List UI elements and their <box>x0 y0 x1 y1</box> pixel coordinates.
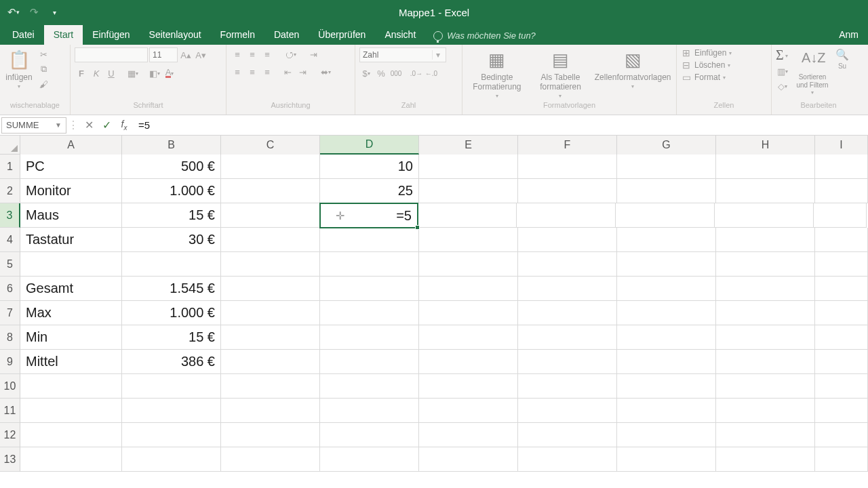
cell-E12[interactable] <box>419 423 518 447</box>
cell-E5[interactable] <box>419 252 518 277</box>
cell-F6[interactable] <box>518 277 617 301</box>
decrease-decimal-button[interactable]: ←.0 <box>425 66 438 80</box>
cell-B3[interactable]: 15 € <box>122 203 221 228</box>
column-header-B[interactable]: B <box>122 136 221 155</box>
align-left-button[interactable]: ≡ <box>231 65 244 79</box>
cell-I11[interactable] <box>815 399 868 423</box>
cell-F9[interactable] <box>518 350 617 374</box>
cell-H5[interactable] <box>716 252 815 277</box>
tell-me-search[interactable]: Was möchten Sie tun? <box>425 26 544 45</box>
column-header-E[interactable]: E <box>419 136 518 155</box>
cell-H10[interactable] <box>716 374 815 399</box>
tab-seitenlayout[interactable]: Seitenlayout <box>140 25 211 45</box>
cell-G4[interactable] <box>617 228 716 252</box>
cell-H7[interactable] <box>716 301 815 325</box>
cell-E11[interactable] <box>419 399 518 423</box>
redo-button[interactable]: ↷ <box>24 3 43 22</box>
cell-C2[interactable] <box>221 179 320 203</box>
name-box[interactable]: SUMME ▼ <box>1 117 66 134</box>
cell-A9[interactable]: Mittel <box>20 350 122 374</box>
enter-formula-button[interactable]: ✓ <box>98 119 115 131</box>
cell-G8[interactable] <box>617 325 716 350</box>
insert-cells-button[interactable]: ⊞Einfügen ▾ <box>681 47 732 58</box>
cell-I12[interactable] <box>815 423 868 447</box>
cell-F7[interactable] <box>518 301 617 325</box>
column-header-G[interactable]: G <box>617 136 716 155</box>
cell-F12[interactable] <box>518 423 617 447</box>
cell-I2[interactable] <box>815 179 868 203</box>
cell-G6[interactable] <box>617 277 716 301</box>
row-header-3[interactable]: 3 <box>0 203 20 228</box>
cell-B5[interactable] <box>122 252 221 277</box>
cell-H4[interactable] <box>716 228 815 252</box>
row-header-7[interactable]: 7 <box>0 301 20 325</box>
column-header-C[interactable]: C <box>221 136 320 155</box>
row-header-2[interactable]: 2 <box>0 179 20 203</box>
cell-G1[interactable] <box>617 155 716 179</box>
cell-A10[interactable] <box>20 374 122 399</box>
cell-A6[interactable]: Gesamt <box>20 277 122 301</box>
tab-daten[interactable]: Daten <box>264 25 309 45</box>
cell-C3[interactable] <box>221 203 320 228</box>
cell-F10[interactable] <box>518 374 617 399</box>
cell-H1[interactable] <box>716 155 815 179</box>
cell-A1[interactable]: PC <box>20 155 122 179</box>
cell-G9[interactable] <box>617 350 716 374</box>
align-right-button[interactable]: ≡ <box>260 65 274 79</box>
merge-center-button[interactable]: ⬌▾ <box>319 65 332 79</box>
row-header-5[interactable]: 5 <box>0 252 20 277</box>
tab-ansicht[interactable]: Ansicht <box>375 25 425 45</box>
fill-handle[interactable] <box>415 225 420 230</box>
cell-I7[interactable] <box>815 301 868 325</box>
font-name-combo[interactable] <box>75 47 148 62</box>
cell-C4[interactable] <box>221 228 320 252</box>
cell-H6[interactable] <box>716 277 815 301</box>
cell-D13[interactable] <box>320 447 419 472</box>
cell-C5[interactable] <box>221 252 320 277</box>
cell-H3[interactable] <box>715 203 814 228</box>
cell-D6[interactable] <box>320 277 419 301</box>
cell-D4[interactable] <box>320 228 419 252</box>
cell-E7[interactable] <box>419 301 518 325</box>
cell-A2[interactable]: Monitor <box>20 179 122 203</box>
cell-A8[interactable]: Min <box>20 325 122 350</box>
cell-B11[interactable] <box>122 399 221 423</box>
accounting-format-button[interactable]: $▾ <box>359 66 373 80</box>
cell-I3[interactable] <box>814 203 867 228</box>
underline-button[interactable]: U <box>104 66 118 80</box>
cell-C7[interactable] <box>221 301 320 325</box>
cell-H2[interactable] <box>716 179 815 203</box>
cell-E8[interactable] <box>419 325 518 350</box>
cell-B10[interactable] <box>122 374 221 399</box>
cut-button[interactable]: ✂ <box>37 47 50 61</box>
cell-C12[interactable] <box>221 423 320 447</box>
cell-C11[interactable] <box>221 399 320 423</box>
column-header-F[interactable]: F <box>518 136 617 155</box>
cell-E3[interactable] <box>418 203 517 228</box>
cancel-formula-button[interactable]: ✕ <box>80 119 98 131</box>
align-center-button[interactable]: ≡ <box>245 65 259 79</box>
row-header-13[interactable]: 13 <box>0 447 20 472</box>
orientation-button[interactable]: ⭯▾ <box>283 47 297 61</box>
borders-button[interactable]: ▦▾ <box>126 66 140 80</box>
decrease-indent-button[interactable]: ⇤ <box>281 65 294 79</box>
cell-G13[interactable] <box>617 447 716 472</box>
font-size-combo[interactable] <box>149 47 178 62</box>
cell-E6[interactable] <box>419 277 518 301</box>
row-header-4[interactable]: 4 <box>0 228 20 252</box>
cell-F13[interactable] <box>518 447 617 472</box>
cell-I9[interactable] <box>815 350 868 374</box>
bold-button[interactable]: F <box>75 66 88 80</box>
tab-ueberpruefen[interactable]: Überprüfen <box>309 25 375 45</box>
cell-D5[interactable] <box>320 252 419 277</box>
cell-C8[interactable] <box>221 325 320 350</box>
cell-I6[interactable] <box>815 277 868 301</box>
cell-F2[interactable] <box>518 179 617 203</box>
cell-E10[interactable] <box>419 374 518 399</box>
column-header-H[interactable]: H <box>716 136 815 155</box>
row-header-9[interactable]: 9 <box>0 350 20 374</box>
cell-E1[interactable] <box>419 155 518 179</box>
cell-G7[interactable] <box>617 301 716 325</box>
select-all-corner[interactable] <box>0 136 20 155</box>
cell-F11[interactable] <box>518 399 617 423</box>
